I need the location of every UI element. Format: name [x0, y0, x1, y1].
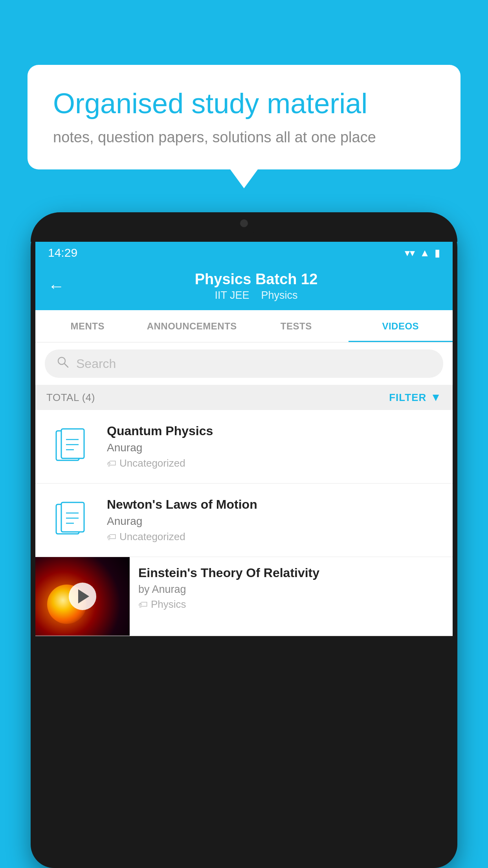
video-tag-1: 🏷 Uncategorized	[107, 457, 442, 469]
speech-bubble-wrapper: Organised study material notes, question…	[28, 65, 460, 169]
list-item[interactable]: Quantum Physics Anurag 🏷 Uncategorized	[35, 410, 453, 484]
list-item[interactable]: Newton's Laws of Motion Anurag 🏷 Uncateg…	[35, 484, 453, 557]
search-icon	[57, 356, 69, 371]
video-thumb-2	[46, 495, 97, 546]
tabs-bar: MENTS ANNOUNCEMENTS TESTS VIDEOS	[35, 310, 453, 342]
phone-screen: 14:29 ▾▾ ▲ ▮ ← Physics Batch 12 IIT JEE …	[35, 242, 453, 636]
speech-bubble: Organised study material notes, question…	[28, 65, 460, 169]
header-title-block: Physics Batch 12 IIT JEE Physics	[72, 271, 440, 302]
video-title-1: Quantum Physics	[107, 424, 442, 438]
video-title-3: Einstein's Theory Of Relativity	[138, 566, 444, 580]
video-tag-2: 🏷 Uncategorized	[107, 531, 442, 543]
status-bar: 14:29 ▾▾ ▲ ▮	[35, 242, 453, 264]
tag-icon-3: 🏷	[138, 599, 148, 610]
signal-icon: ▲	[420, 247, 430, 259]
app-header: ← Physics Batch 12 IIT JEE Physics	[35, 264, 453, 310]
video-list: Quantum Physics Anurag 🏷 Uncategorized	[35, 410, 453, 636]
search-box[interactable]: Search	[45, 349, 443, 378]
tag-icon-1: 🏷	[107, 458, 116, 469]
header-subtitle-iitjee: IIT JEE	[215, 289, 249, 301]
video-info-1: Quantum Physics Anurag 🏷 Uncategorized	[107, 424, 442, 469]
battery-icon: ▮	[435, 247, 440, 259]
filter-button[interactable]: FILTER ▼	[389, 391, 442, 404]
filter-funnel-icon: ▼	[430, 391, 442, 404]
svg-line-1	[64, 364, 68, 367]
status-icons: ▾▾ ▲ ▮	[405, 247, 440, 259]
tab-ments[interactable]: MENTS	[35, 310, 140, 342]
video-author-2: Anurag	[107, 515, 442, 528]
wifi-icon: ▾▾	[405, 247, 415, 259]
tab-tests[interactable]: TESTS	[244, 310, 349, 342]
tag-icon-2: 🏷	[107, 531, 116, 542]
play-button[interactable]	[69, 583, 96, 610]
tab-videos[interactable]: VIDEOS	[349, 310, 453, 342]
header-subtitle-physics: Physics	[261, 289, 298, 301]
total-count: TOTAL (4)	[46, 392, 95, 404]
speech-bubble-subtext: notes, question papers, solutions all at…	[53, 129, 435, 146]
video-tag-3: 🏷 Physics	[138, 598, 444, 611]
play-triangle-icon	[78, 589, 89, 603]
header-title: Physics Batch 12	[72, 271, 440, 288]
video-thumbnail-einstein	[35, 557, 130, 636]
camera-dot	[240, 219, 248, 227]
filter-row: TOTAL (4) FILTER ▼	[35, 385, 453, 410]
tab-announcements[interactable]: ANNOUNCEMENTS	[140, 310, 244, 342]
phone-top-bar	[31, 212, 457, 242]
list-item[interactable]: Einstein's Theory Of Relativity by Anura…	[35, 557, 453, 636]
back-button[interactable]: ←	[48, 278, 64, 294]
phone-frame: 14:29 ▾▾ ▲ ▮ ← Physics Batch 12 IIT JEE …	[31, 212, 457, 868]
video-thumb-1	[46, 421, 97, 472]
video-info-3: Einstein's Theory Of Relativity by Anura…	[130, 557, 453, 619]
header-subtitle: IIT JEE Physics	[72, 289, 440, 302]
phone-notch	[226, 212, 262, 234]
filter-label: FILTER	[389, 392, 426, 404]
search-placeholder: Search	[76, 357, 116, 371]
svg-rect-8	[61, 502, 84, 532]
search-container: Search	[35, 342, 453, 385]
status-time: 14:29	[48, 246, 77, 259]
video-author-1: Anurag	[107, 441, 442, 454]
video-info-2: Newton's Laws of Motion Anurag 🏷 Uncateg…	[107, 497, 442, 543]
speech-bubble-heading: Organised study material	[53, 86, 435, 120]
video-title-2: Newton's Laws of Motion	[107, 497, 442, 512]
video-by-3: by Anurag	[138, 583, 444, 596]
svg-rect-3	[61, 429, 84, 458]
